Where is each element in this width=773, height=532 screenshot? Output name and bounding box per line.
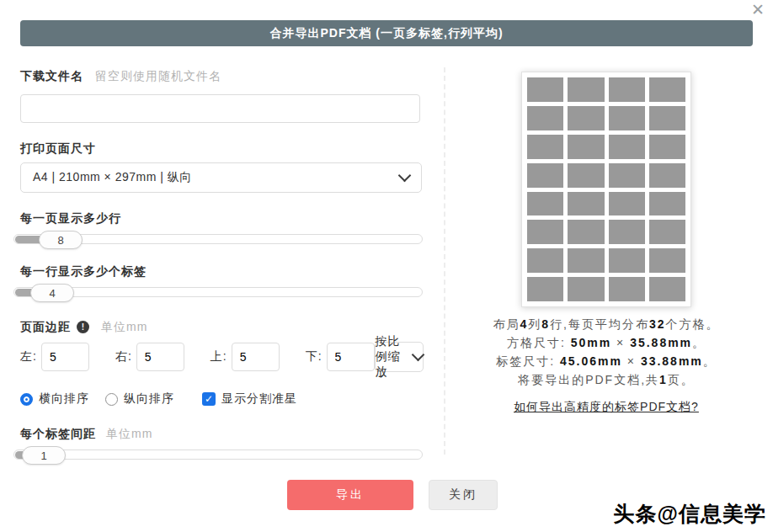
margin-bottom-label: 下: xyxy=(306,349,323,364)
caption-line-cell-size: 方格尺寸: 50mm × 35.88mm。 xyxy=(472,333,741,352)
preview-grid xyxy=(521,72,691,307)
filename-label: 下载文件名 xyxy=(20,69,83,84)
filename-input[interactable] xyxy=(20,94,420,123)
chevron-down-icon xyxy=(412,348,425,362)
export-pdf-dialog: ✕ 合并导出PDF文档 (一页多标签,行列平均) 下载文件名 留空则使用随机文件… xyxy=(0,0,773,532)
spacing-slider-track[interactable] xyxy=(13,450,423,460)
rows-label: 每一页显示多少行 xyxy=(20,211,121,226)
cols-slider[interactable]: 4 xyxy=(13,283,423,303)
preview-grid-cell xyxy=(527,248,563,273)
vertical-order-label[interactable]: 纵向排序 xyxy=(124,391,174,407)
preview-grid-cell xyxy=(609,77,645,102)
dialog-header: 合并导出PDF文档 (一页多标签,行列平均) xyxy=(20,20,753,46)
preview-grid-cell xyxy=(568,248,604,273)
preview-grid-cell xyxy=(649,77,685,102)
howto-link[interactable]: 如何导出高精度的标签PDF文档? xyxy=(514,400,699,415)
margin-bottom-group: 下: xyxy=(306,343,375,371)
preview-grid-cell xyxy=(609,220,645,244)
filename-label-row: 下载文件名 留空则使用随机文件名 xyxy=(20,69,422,83)
close-button[interactable]: 关闭 xyxy=(429,480,498,510)
preview-grid-cell xyxy=(527,77,563,102)
preview-caption: 布局4列8行,每页平均分布32个方格。 方格尺寸: 50mm × 35.88mm… xyxy=(472,315,741,389)
preview-grid-cell xyxy=(609,135,645,159)
horizontal-order-radio[interactable] xyxy=(20,393,33,406)
margins-label: 页面边距 xyxy=(20,320,71,335)
margin-left-label: 左: xyxy=(20,349,37,364)
margin-top-group: 上: xyxy=(211,343,280,371)
preview-grid-cell xyxy=(649,135,685,159)
spacing-unit: 单位mm xyxy=(106,427,152,442)
preview-grid-cell xyxy=(527,163,563,188)
preview-grid-cell xyxy=(609,277,645,301)
preview-grid-cell xyxy=(527,135,563,159)
preview-grid-cell xyxy=(527,106,563,130)
dialog-title: 合并导出PDF文档 (一页多标签,行列平均) xyxy=(269,26,503,41)
preview-grid-cell xyxy=(527,192,563,216)
page-size-selected-value: A4 | 210mm × 297mm | 纵向 xyxy=(33,170,192,185)
crosshair-label[interactable]: 显示分割准星 xyxy=(221,391,297,407)
horizontal-order-label[interactable]: 横向排序 xyxy=(39,391,89,407)
rows-slider-thumb[interactable]: 8 xyxy=(39,231,83,249)
vertical-order-radio[interactable] xyxy=(105,393,118,406)
margins-inputs-row: 左: 右: 上: 下: 按比例缩放 xyxy=(20,342,424,372)
margins-label-row: 页面边距 ! 单位mm xyxy=(20,320,422,334)
preview-grid-cell xyxy=(649,248,685,273)
preview-grid-cell xyxy=(568,135,604,159)
preview-grid-cell xyxy=(568,277,604,301)
preview-grid-cell xyxy=(649,220,685,244)
crosshair-checkbox[interactable]: ✓ xyxy=(202,392,216,406)
margin-bottom-input[interactable] xyxy=(327,343,375,371)
rows-label-row: 每一页显示多少行 xyxy=(20,211,422,226)
close-icon[interactable]: ✕ xyxy=(751,2,765,18)
watermark-text: 头条@信息美学 xyxy=(614,500,766,528)
page-size-label-row: 打印页面尺寸 xyxy=(20,141,422,156)
rows-slider[interactable]: 8 xyxy=(13,230,423,250)
chevron-down-icon xyxy=(398,169,412,183)
cols-slider-track[interactable] xyxy=(13,287,423,297)
margins-unit: 单位mm xyxy=(101,320,147,335)
page-size-label: 打印页面尺寸 xyxy=(20,141,96,157)
margin-left-group: 左: xyxy=(20,343,89,371)
margin-top-label: 上: xyxy=(211,349,227,364)
info-icon[interactable]: ! xyxy=(77,321,89,333)
caption-line-pages: 将要导出的PDF文档,共1页。 xyxy=(472,370,741,389)
margin-left-input[interactable] xyxy=(41,343,89,371)
preview-grid-cell xyxy=(527,277,563,301)
cols-slider-thumb[interactable]: 4 xyxy=(30,284,74,302)
column-divider xyxy=(444,67,445,455)
preview-grid-cell xyxy=(568,192,604,216)
spacing-slider[interactable]: 1 xyxy=(13,445,423,466)
preview-grid-cell xyxy=(649,192,685,216)
scale-mode-value: 按比例缩放 xyxy=(376,334,403,380)
spacing-label: 每个标签间距 xyxy=(20,427,96,442)
preview-grid-cell xyxy=(649,277,685,301)
preview-grid-cell xyxy=(568,220,604,244)
cols-label: 每一行显示多少个标签 xyxy=(20,264,147,279)
page-size-select[interactable]: A4 | 210mm × 297mm | 纵向 xyxy=(20,162,422,193)
margin-top-input[interactable] xyxy=(232,343,280,371)
preview-grid-cell xyxy=(649,163,685,188)
preview-panel: 布局4列8行,每页平均分布32个方格。 方格尺寸: 50mm × 35.88mm… xyxy=(472,67,741,415)
scale-mode-select[interactable]: 按比例缩放 xyxy=(375,342,424,372)
preview-grid-cell xyxy=(568,106,604,130)
preview-grid-cell xyxy=(609,248,645,273)
caption-line-label-size: 标签尺寸: 45.06mm × 33.88mm。 xyxy=(472,352,741,370)
settings-form: 下载文件名 留空则使用随机文件名 打印页面尺寸 A4 | 210mm × 297… xyxy=(20,69,422,466)
spacing-label-row: 每个标签间距 单位mm xyxy=(20,427,422,441)
margin-right-label: 右: xyxy=(115,349,132,364)
filename-hint: 留空则使用随机文件名 xyxy=(95,69,221,84)
preview-grid-cell xyxy=(527,220,563,244)
cols-label-row: 每一行显示多少个标签 xyxy=(20,264,422,279)
margin-right-input[interactable] xyxy=(136,343,184,371)
margin-right-group: 右: xyxy=(115,343,184,371)
export-button[interactable]: 导出 xyxy=(287,480,413,510)
preview-grid-cell xyxy=(609,192,645,216)
preview-grid-cell xyxy=(609,106,645,130)
preview-grid-cell xyxy=(568,163,604,188)
preview-grid-cell xyxy=(568,77,604,102)
caption-line-layout: 布局4列8行,每页平均分布32个方格。 xyxy=(472,315,741,333)
order-options-row: 横向排序 纵向排序 ✓ 显示分割准星 xyxy=(20,391,422,407)
spacing-slider-thumb[interactable]: 1 xyxy=(22,446,66,465)
preview-grid-cell xyxy=(609,163,645,188)
preview-grid-cell xyxy=(649,106,685,130)
